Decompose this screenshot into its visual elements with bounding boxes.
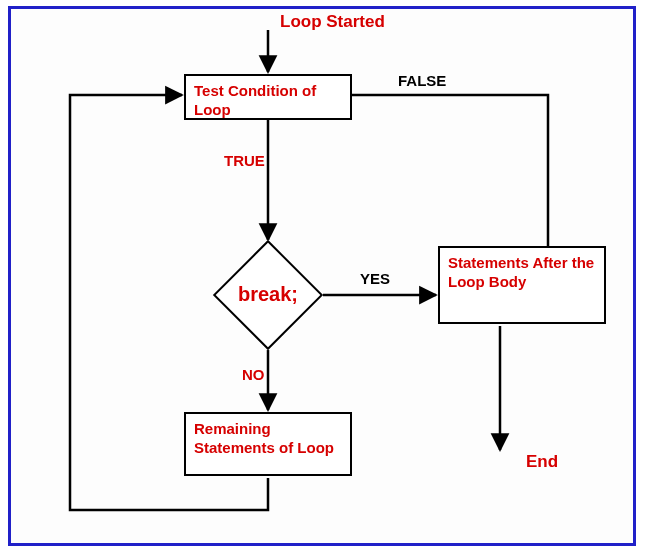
flowchart-canvas: Loop Started Test Condition of Loop FALS… [0,0,650,557]
end-terminator: End [526,452,558,472]
start-terminator: Loop Started [280,12,385,32]
test-condition-box: Test Condition of Loop [184,74,352,120]
true-label: TRUE [224,152,265,169]
edge-test-after [350,95,548,260]
after-loop-box: Statements After the Loop Body [438,246,606,324]
no-label: NO [242,366,265,383]
remaining-statements-box: Remaining Statements of Loop [184,412,352,476]
false-label: FALSE [398,72,446,89]
yes-label: YES [360,270,390,287]
